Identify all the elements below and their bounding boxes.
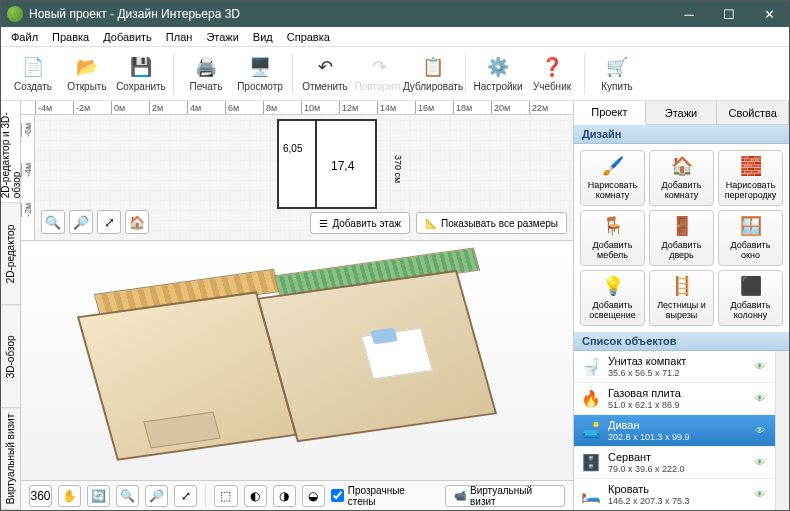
save-button[interactable]: 💾Сохранить <box>115 50 167 98</box>
view-tilt-button[interactable]: ◑ <box>273 485 296 507</box>
preview-button[interactable]: 🖥️Просмотр <box>234 50 286 98</box>
vtab-0[interactable]: 2D-редактор и 3D-обзор <box>1 101 20 203</box>
visibility-icon[interactable]: 👁 <box>755 425 769 435</box>
menu-этажи[interactable]: Этажи <box>200 29 244 45</box>
ruler-horizontal: -4м-2м0м2м4м6м8м10м12м14м16м18м20м22м <box>21 101 573 115</box>
menu-справка[interactable]: Справка <box>281 29 336 45</box>
undo-icon: ↶ <box>313 55 337 79</box>
design-tool-8[interactable]: ⬛Добавить колонну <box>718 270 783 326</box>
settings-icon: ⚙️ <box>486 55 510 79</box>
menu-вид[interactable]: Вид <box>247 29 279 45</box>
open-button[interactable]: 📂Открыть <box>61 50 113 98</box>
close-button[interactable]: ✕ <box>749 1 789 27</box>
titlebar: Новый проект - Дизайн Интерьера 3D ─ ☐ ✕ <box>1 1 789 27</box>
visibility-icon[interactable]: 👁 <box>755 457 769 467</box>
room-area-1: 6,05 <box>283 143 302 154</box>
design-tool-1[interactable]: 🏠Добавить комнату <box>649 150 714 206</box>
transparent-walls-checkbox[interactable]: Прозрачные стены <box>331 485 431 507</box>
orbit-button[interactable]: 🔄 <box>87 485 110 507</box>
ruler-vertical: -6м-4м-2м <box>21 115 35 240</box>
menubar: ФайлПравкаДобавитьПланЭтажиВидСправка <box>1 27 789 47</box>
add-floor-button[interactable]: ☰Добавить этаж <box>310 212 410 234</box>
object-item-4[interactable]: 🛏️Кровать146.2 x 207.3 x 75.3👁 <box>574 479 775 510</box>
preview-icon: 🖥️ <box>248 55 272 79</box>
scrollbar[interactable] <box>775 351 789 510</box>
design-tool-5[interactable]: 🪟Добавить окно <box>718 210 783 266</box>
zoom-fit-button[interactable]: ⤢ <box>97 210 121 234</box>
print-button[interactable]: 🖨️Печать <box>180 50 232 98</box>
save-icon: 💾 <box>129 55 153 79</box>
visibility-icon[interactable]: 👁 <box>755 361 769 371</box>
pan-button[interactable]: ✋ <box>58 485 81 507</box>
zoom-out-button[interactable]: 🔎 <box>69 210 93 234</box>
view-360-button[interactable]: 360 <box>29 485 52 507</box>
create-button[interactable]: 📄Создать <box>7 50 59 98</box>
visibility-icon[interactable]: 👁 <box>755 489 769 499</box>
zoom-out-3d-button[interactable]: 🔎 <box>145 485 168 507</box>
menu-файл[interactable]: Файл <box>5 29 44 45</box>
design-tool-6[interactable]: 💡Добавить освещение <box>580 270 645 326</box>
object-item-3[interactable]: 🗄️Сервант79.0 x 39.6 x 222.0👁 <box>574 447 775 479</box>
right-tab-2[interactable]: Свойства <box>717 101 789 124</box>
canvas-3d[interactable] <box>21 241 573 480</box>
help-button[interactable]: ❓Учебник <box>526 50 578 98</box>
duplicate-button[interactable]: 📋Дублировать <box>407 50 459 98</box>
redo-button: ↷Повторить <box>353 50 405 98</box>
undo-button[interactable]: ↶Отменить <box>299 50 351 98</box>
menu-правка[interactable]: Правка <box>46 29 95 45</box>
vertical-tabs: 2D-редактор и 3D-обзор2D-редактор3D-обзо… <box>1 101 21 510</box>
duplicate-icon: 📋 <box>421 55 445 79</box>
camera-icon: 📹 <box>454 490 466 501</box>
object-item-1[interactable]: 🔥Газовая плита51.0 x 62.1 x 86.9👁 <box>574 383 775 415</box>
design-tool-4[interactable]: 🚪Добавить дверь <box>649 210 714 266</box>
canvas-2d[interactable]: -6м-4м-2м 6,05 17,4 370 см 🔍 🔎 ⤢ 🏠 <box>21 115 573 241</box>
floors-icon: ☰ <box>319 218 328 229</box>
show-dimensions-button[interactable]: 📐Показывать все размеры <box>416 212 567 234</box>
window-title: Новый проект - Дизайн Интерьера 3D <box>29 7 669 21</box>
design-tool-7[interactable]: 🪜Лестницы и вырезы <box>649 270 714 326</box>
main-toolbar: 📄Создать📂Открыть💾Сохранить🖨️Печать🖥️Прос… <box>1 47 789 101</box>
vtab-3[interactable]: Виртуальный визит <box>1 408 20 510</box>
virtual-visit-button[interactable]: 📹Виртуальный визит <box>445 485 565 507</box>
minimize-button[interactable]: ─ <box>669 1 709 27</box>
design-tool-2[interactable]: 🧱Нарисовать перегородку <box>718 150 783 206</box>
floorplan[interactable]: 6,05 17,4 370 см <box>277 119 377 209</box>
menu-добавить[interactable]: Добавить <box>97 29 158 45</box>
view-top-button[interactable]: ⬚ <box>214 485 237 507</box>
design-tool-0[interactable]: 🖌️Нарисовать комнату <box>580 150 645 206</box>
menu-план[interactable]: План <box>160 29 199 45</box>
view-perspective-button[interactable]: ◒ <box>302 485 325 507</box>
zoom-in-button[interactable]: 🔍 <box>41 210 65 234</box>
buy-button[interactable]: 🛒Купить <box>591 50 643 98</box>
help-icon: ❓ <box>540 55 564 79</box>
design-tool-3[interactable]: 🪑Добавить мебель <box>580 210 645 266</box>
object-list: 🚽Унитаз компакт35.6 x 56.5 x 71.2👁🔥Газов… <box>574 351 775 510</box>
dimensions-icon: 📐 <box>425 218 437 229</box>
right-panel: ПроектЭтажиСвойства Дизайн 🖌️Нарисовать … <box>573 101 789 510</box>
fit-3d-button[interactable]: ⤢ <box>174 485 197 507</box>
object-item-0[interactable]: 🚽Унитаз компакт35.6 x 56.5 x 71.2👁 <box>574 351 775 383</box>
right-tab-1[interactable]: Этажи <box>646 101 718 124</box>
object-list-header: Список объектов <box>574 332 789 351</box>
design-header: Дизайн <box>574 125 789 144</box>
vtab-1[interactable]: 2D-редактор <box>1 203 20 305</box>
view-rotate-button[interactable]: ◐ <box>244 485 267 507</box>
open-icon: 📂 <box>75 55 99 79</box>
buy-icon: 🛒 <box>605 55 629 79</box>
settings-button[interactable]: ⚙️Настройки <box>472 50 524 98</box>
app-icon <box>7 6 23 22</box>
object-item-2[interactable]: 🛋️Диван202.8 x 101.3 x 99.9👁 <box>574 415 775 447</box>
zoom-in-3d-button[interactable]: 🔍 <box>116 485 139 507</box>
create-icon: 📄 <box>21 55 45 79</box>
right-tabs: ПроектЭтажиСвойства <box>574 101 789 125</box>
home-button[interactable]: 🏠 <box>125 210 149 234</box>
dimension-label: 370 см <box>393 155 403 183</box>
vtab-2[interactable]: 3D-обзор <box>1 306 20 408</box>
room-area-2: 17,4 <box>331 159 354 173</box>
maximize-button[interactable]: ☐ <box>709 1 749 27</box>
visibility-icon[interactable]: 👁 <box>755 393 769 403</box>
redo-icon: ↷ <box>367 55 391 79</box>
bottom-toolbar: 360 ✋ 🔄 🔍 🔎 ⤢ ⬚ ◐ ◑ ◒ Прозрачные стены 📹… <box>21 480 573 510</box>
right-tab-0[interactable]: Проект <box>574 101 646 125</box>
design-tools-grid: 🖌️Нарисовать комнату🏠Добавить комнату🧱На… <box>574 144 789 332</box>
